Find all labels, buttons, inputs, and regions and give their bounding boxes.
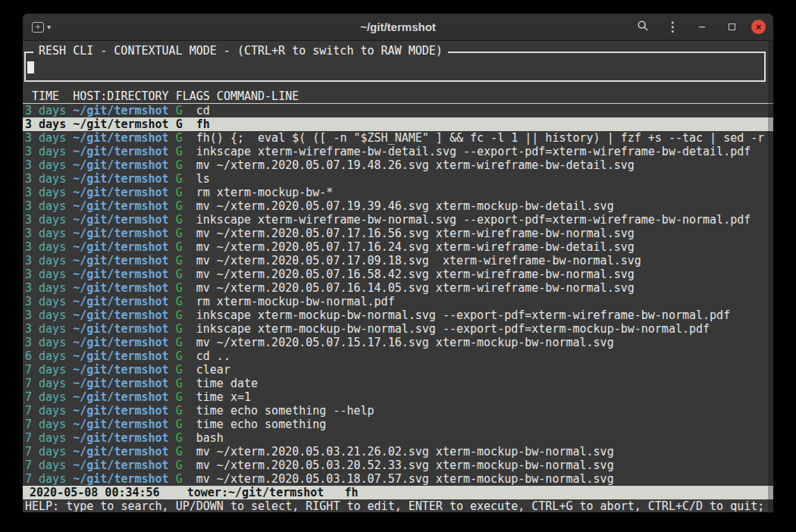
history-flags: G: [176, 254, 183, 268]
history-host: ~/git/termshot: [73, 131, 168, 145]
history-host: ~/git/termshot: [73, 295, 168, 308]
history-command: time echo something: [196, 418, 327, 431]
history-row[interactable]: 7 days ~/git/termshot G mv ~/xterm.2020.…: [23, 472, 773, 486]
history-row[interactable]: 7 days ~/git/termshot G time echo someth…: [23, 418, 773, 431]
history-row[interactable]: 7 days ~/git/termshot G clear: [23, 363, 773, 377]
history-flags: G: [176, 158, 183, 172]
history-row[interactable]: 7 days ~/git/termshot G mv ~/xterm.2020.…: [23, 458, 773, 472]
history-flags: G: [176, 213, 183, 227]
history-row[interactable]: 3 days ~/git/termshot G rm xterm-mockup-…: [23, 295, 773, 308]
history-flags: G: [176, 145, 183, 158]
history-flags: G: [176, 377, 183, 390]
history-time: 3 days: [25, 172, 66, 186]
history-flags: G: [176, 295, 183, 308]
history-flags: G: [176, 131, 183, 145]
history-command: cd ..: [196, 349, 230, 363]
history-command: time date: [196, 377, 258, 390]
history-row[interactable]: 3 days ~/git/termshot G inkscape xterm-w…: [23, 213, 773, 227]
history-row[interactable]: 3 days ~/git/termshot G inkscape xterm-m…: [23, 308, 773, 322]
history-host: ~/git/termshot: [73, 172, 168, 186]
history-row[interactable]: 3 days ~/git/termshot G mv ~/xterm.2020.…: [23, 158, 773, 172]
history-row[interactable]: 3 days ~/git/termshot G mv ~/xterm.2020.…: [23, 336, 773, 349]
history-row[interactable]: 7 days ~/git/termshot G time date: [23, 377, 773, 390]
history-time: 3 days: [25, 158, 66, 172]
history-row[interactable]: 3 days ~/git/termshot G mv ~/xterm.2020.…: [23, 281, 773, 295]
history-flags: G: [176, 458, 183, 472]
history-flags: G: [176, 349, 183, 363]
menu-button[interactable]: ⋮: [663, 17, 682, 37]
scrollbar[interactable]: [768, 41, 773, 512]
history-row[interactable]: 3 days ~/git/termshot G fh: [23, 117, 773, 131]
history-time: 3 days: [25, 145, 66, 158]
history-host: ~/git/termshot: [73, 268, 168, 281]
history-row[interactable]: 3 days ~/git/termshot G ls: [23, 172, 773, 186]
history-row[interactable]: 3 days ~/git/termshot G mv ~/xterm.2020.…: [23, 240, 773, 254]
history-flags: G: [176, 172, 183, 186]
history-command: mv ~/xterm.2020.05.07.17.16.56.svg xterm…: [196, 227, 635, 240]
history-list: 3 days ~/git/termshot G cd3 days ~/git/t…: [23, 104, 773, 486]
history-time: 7 days: [25, 377, 66, 390]
history-time: 7 days: [25, 445, 66, 458]
history-host: ~/git/termshot: [73, 308, 168, 322]
history-row[interactable]: 3 days ~/git/termshot G cd: [23, 104, 773, 117]
history-command: fh: [196, 117, 210, 131]
history-flags: G: [176, 186, 183, 199]
history-flags: G: [176, 336, 183, 349]
history-host: ~/git/termshot: [73, 186, 168, 199]
history-time: 3 days: [25, 117, 66, 131]
history-command: ls: [196, 172, 210, 186]
history-time: 3 days: [25, 131, 66, 145]
history-row[interactable]: 3 days ~/git/termshot G mv ~/xterm.2020.…: [23, 254, 773, 268]
search-icon: [637, 20, 649, 34]
history-time: 7 days: [25, 363, 66, 377]
history-command: inkscape xterm-wireframe-bw-normal.svg -…: [196, 213, 751, 227]
history-row[interactable]: 3 days ~/git/termshot G mv ~/xterm.2020.…: [23, 268, 773, 281]
history-flags: G: [176, 117, 183, 131]
restore-button[interactable]: [722, 17, 741, 37]
history-row[interactable]: 3 days ~/git/termshot G mv ~/xterm.2020.…: [23, 227, 773, 240]
history-row[interactable]: 7 days ~/git/termshot G bash: [23, 431, 773, 445]
history-flags: G: [176, 390, 183, 404]
terminal-content[interactable]: RESH CLI - CONTEXTUAL MODE - (CTRL+R to …: [23, 41, 773, 512]
history-row[interactable]: 6 days ~/git/termshot G cd ..: [23, 349, 773, 363]
history-flags: G: [176, 227, 183, 240]
history-host: ~/git/termshot: [73, 431, 168, 445]
history-command: cd: [196, 104, 210, 117]
minimize-button[interactable]: −: [692, 17, 712, 37]
restore-icon: [729, 23, 735, 30]
history-command: rm xterm-mockup-bw-normal.pdf: [196, 295, 395, 308]
history-row[interactable]: 7 days ~/git/termshot G time echo someth…: [23, 404, 773, 418]
history-command: mv ~/xterm.2020.05.07.17.16.24.svg xterm…: [196, 240, 635, 254]
close-button[interactable]: ×: [751, 20, 766, 34]
history-host: ~/git/termshot: [73, 104, 168, 117]
history-flags: G: [176, 240, 183, 254]
titlebar[interactable]: + ▾ ~/git/termshot ⋮ −: [23, 14, 773, 41]
history-time: 3 days: [25, 308, 66, 322]
history-host: ~/git/termshot: [73, 404, 168, 418]
history-time: 3 days: [25, 295, 66, 308]
history-time: 3 days: [25, 281, 66, 295]
history-command: inkscape xterm-mockup-bw-normal.svg --ex…: [196, 308, 730, 322]
history-time: 3 days: [25, 186, 66, 199]
history-row[interactable]: 7 days ~/git/termshot G time x=1: [23, 390, 773, 404]
history-command: bash: [196, 431, 224, 445]
history-time: 3 days: [25, 213, 66, 227]
history-row[interactable]: 3 days ~/git/termshot G inkscape xterm-w…: [23, 145, 773, 158]
history-time: 3 days: [25, 336, 66, 349]
history-command: mv ~/xterm.2020.05.03.20.52.33.svg xterm…: [196, 458, 614, 472]
history-flags: G: [176, 472, 183, 486]
history-command: mv ~/xterm.2020.05.03.21.26.02.svg xterm…: [196, 445, 614, 458]
history-host: ~/git/termshot: [73, 363, 168, 377]
history-row[interactable]: 7 days ~/git/termshot G mv ~/xterm.2020.…: [23, 445, 773, 458]
history-row[interactable]: 3 days ~/git/termshot G fh() {; eval $( …: [23, 131, 773, 145]
history-time: 3 days: [25, 322, 66, 336]
history-flags: G: [176, 199, 183, 213]
history-command: fh() {; eval $( ([ -n "$ZSH_NAME" ] && f…: [196, 131, 765, 145]
history-row[interactable]: 3 days ~/git/termshot G inkscape xterm-m…: [23, 322, 773, 336]
new-tab-icon: +: [32, 22, 44, 33]
history-row[interactable]: 3 days ~/git/termshot G rm xterm-mockup-…: [23, 186, 773, 199]
search-button[interactable]: [633, 17, 653, 37]
history-row[interactable]: 3 days ~/git/termshot G mv ~/xterm.2020.…: [23, 199, 773, 213]
minimize-icon: −: [698, 20, 705, 34]
new-tab-button[interactable]: + ▾: [30, 17, 52, 37]
